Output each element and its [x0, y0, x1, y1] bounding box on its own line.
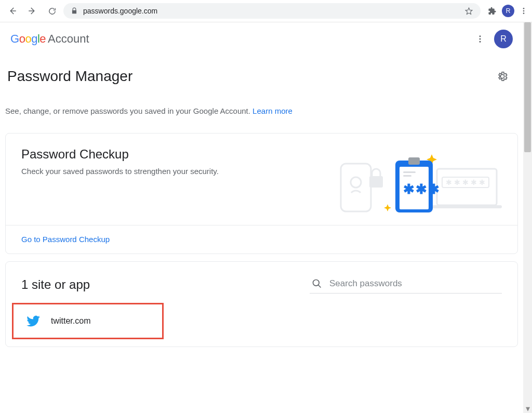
- extensions-icon[interactable]: [488, 7, 497, 16]
- svg-rect-7: [429, 205, 502, 208]
- site-name: twitter.com: [51, 316, 90, 326]
- search-icon: [312, 278, 322, 289]
- checkup-title: Password Checkup: [21, 147, 219, 162]
- browser-profile-avatar[interactable]: R: [502, 5, 514, 17]
- account-avatar[interactable]: R: [494, 30, 513, 48]
- svg-rect-16: [403, 175, 411, 177]
- page-content: Google Account R Password Manager See, c…: [0, 22, 523, 413]
- twitter-icon: [26, 314, 41, 328]
- page-title: Password Manager: [7, 68, 132, 85]
- svg-text:✱✱✱✱✱: ✱✱✱✱✱: [446, 178, 487, 186]
- checkup-illustration: ✱✱✱✱✱ ✱✱✱: [325, 147, 502, 220]
- sites-count-label: 1 site or app: [21, 277, 90, 292]
- svg-line-19: [318, 285, 321, 288]
- google-logo[interactable]: Google: [10, 32, 46, 46]
- url-text: passwords.google.com: [83, 7, 157, 15]
- reload-button[interactable]: [44, 3, 60, 19]
- vertical-scrollbar[interactable]: ▴ ▾: [523, 22, 532, 413]
- page-subtitle: See, change, or remove passwords you sav…: [0, 92, 523, 126]
- forward-button[interactable]: [24, 3, 41, 19]
- settings-button[interactable]: [492, 66, 513, 87]
- account-label: Account: [48, 32, 89, 46]
- arrow-left-icon: [8, 6, 17, 16]
- kebab-menu-icon[interactable]: [520, 7, 528, 15]
- saved-sites-card: 1 site or app twitter.com: [5, 261, 518, 347]
- address-bar[interactable]: passwords.google.com: [63, 3, 481, 19]
- arrow-right-icon: [28, 6, 37, 16]
- gear-icon: [497, 71, 508, 82]
- svg-point-4: [480, 38, 481, 40]
- lock-icon: [71, 7, 78, 15]
- svg-point-2: [523, 12, 525, 14]
- svg-point-3: [480, 35, 481, 37]
- reload-icon: [48, 7, 57, 16]
- svg-point-5: [480, 41, 481, 43]
- app-header: Google Account R: [0, 22, 523, 56]
- browser-toolbar: passwords.google.com R: [0, 0, 532, 22]
- svg-rect-14: [408, 157, 420, 165]
- scroll-down-icon[interactable]: ▾: [523, 404, 532, 413]
- search-passwords-input[interactable]: [329, 278, 500, 289]
- learn-more-link[interactable]: Learn more: [252, 106, 292, 115]
- svg-rect-11: [369, 176, 383, 188]
- svg-text:✱✱✱: ✱✱✱: [403, 181, 441, 197]
- site-row-twitter[interactable]: twitter.com: [12, 303, 164, 339]
- svg-rect-15: [403, 171, 416, 173]
- svg-point-18: [313, 280, 320, 286]
- password-checkup-card: Password Checkup Check your saved passwo…: [5, 133, 518, 254]
- svg-point-1: [523, 10, 525, 12]
- scroll-thumb[interactable]: [524, 22, 531, 152]
- go-to-checkup-link[interactable]: Go to Password Checkup: [21, 235, 110, 244]
- star-icon[interactable]: [464, 7, 473, 16]
- checkup-description: Check your saved passwords to strengthen…: [21, 167, 219, 176]
- search-passwords-field[interactable]: [310, 275, 502, 294]
- svg-point-0: [523, 8, 525, 9]
- kebab-menu-icon[interactable]: [475, 34, 485, 44]
- back-button[interactable]: [4, 3, 21, 19]
